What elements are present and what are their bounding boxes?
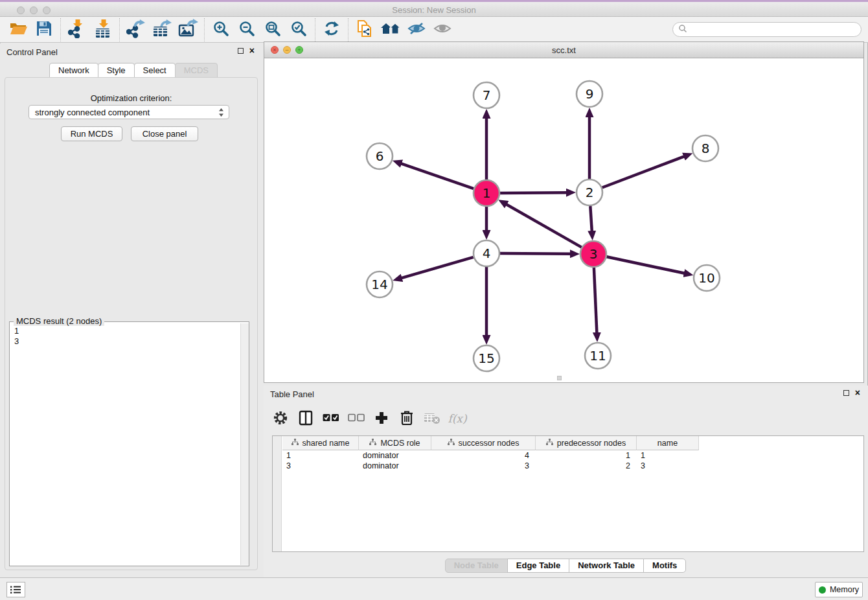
column-header-predecessor-nodes[interactable]: predecessor nodes: [536, 436, 637, 450]
svg-text:1: 1: [483, 185, 491, 201]
canvas-resize-grip[interactable]: [557, 376, 562, 380]
cell[interactable]: 3: [282, 461, 359, 471]
network-window-title: scc.txt: [264, 45, 863, 55]
edge-3-1[interactable]: [506, 204, 581, 247]
toolbar-separator: [119, 18, 120, 41]
memory-button[interactable]: Memory: [815, 582, 863, 597]
edge-2-8[interactable]: [602, 156, 685, 187]
deselect-all-icon: [348, 413, 365, 424]
close-panel-icon[interactable]: ×: [249, 47, 255, 54]
zoom-selected-button[interactable]: [286, 19, 312, 41]
cell[interactable]: 4: [431, 450, 536, 461]
zoom-out-icon: [238, 20, 255, 39]
columns-button[interactable]: [298, 411, 314, 426]
cell[interactable]: dominator: [359, 461, 431, 471]
cell[interactable]: dominator: [359, 450, 431, 461]
table-float-panel-icon[interactable]: [843, 390, 849, 396]
edge-2-3[interactable]: [590, 206, 592, 231]
edge-4-14[interactable]: [402, 257, 474, 278]
float-panel-icon[interactable]: [238, 48, 244, 54]
node-10[interactable]: 10: [694, 265, 720, 291]
close-panel-button[interactable]: Close panel: [131, 126, 198, 141]
mcds-result-text[interactable]: 13: [10, 323, 240, 566]
column-header-MCDS-role[interactable]: MCDS role: [359, 436, 431, 450]
import-network-button[interactable]: [64, 19, 90, 41]
tab-mcds[interactable]: MCDS: [175, 63, 218, 78]
export-table-button[interactable]: [149, 19, 175, 41]
svg-text:3: 3: [589, 246, 598, 262]
table-close-panel-icon[interactable]: ×: [855, 389, 860, 396]
edge-3-11[interactable]: [594, 268, 597, 333]
add-button[interactable]: [374, 411, 389, 426]
tab-motifs[interactable]: Motifs: [643, 559, 686, 573]
edge-1-2[interactable]: [500, 192, 567, 193]
result-scrollbar[interactable]: [240, 323, 249, 565]
open-folder-button[interactable]: [5, 19, 31, 41]
select-all-button[interactable]: [323, 411, 339, 426]
column-header-shared-name[interactable]: shared name: [282, 436, 359, 450]
import-table-button[interactable]: [90, 19, 116, 41]
zoom-in-button[interactable]: [208, 19, 234, 41]
export-image-icon: [178, 19, 198, 40]
optimization-criterion-dropdown[interactable]: strongly connected component: [29, 105, 229, 119]
save-button[interactable]: [31, 19, 57, 41]
node-9[interactable]: 9: [577, 81, 602, 107]
tab-network-table[interactable]: Network Table: [569, 559, 644, 573]
tab-network[interactable]: Network: [49, 63, 98, 78]
delete-icon: [400, 410, 413, 428]
tab-edge-table[interactable]: Edge Table: [507, 559, 569, 573]
columns-icon: [299, 410, 313, 428]
table-row[interactable]: 1dominator411: [282, 450, 699, 461]
edge-1-6[interactable]: [401, 163, 474, 189]
function-button[interactable]: f(x): [450, 411, 465, 426]
delete-button[interactable]: [399, 411, 415, 426]
hide-panels-button[interactable]: [404, 19, 429, 41]
search-box[interactable]: [672, 22, 862, 37]
tab-style[interactable]: Style: [98, 63, 135, 78]
node-7[interactable]: 7: [474, 82, 499, 108]
cell[interactable]: 3: [431, 461, 536, 471]
zoom-fit-button[interactable]: [260, 19, 286, 41]
function-icon: f(x): [448, 412, 466, 425]
show-panels-button[interactable]: [429, 19, 455, 41]
copy-style-button[interactable]: [352, 19, 378, 41]
home-button[interactable]: [378, 19, 404, 41]
export-image-button[interactable]: [175, 19, 201, 41]
cell[interactable]: 1: [536, 450, 637, 461]
cell[interactable]: 1: [282, 450, 359, 461]
svg-text:10: 10: [698, 270, 714, 286]
network-window-titlebar[interactable]: × – + scc.txt: [264, 42, 863, 58]
node-8[interactable]: 8: [692, 135, 718, 161]
cell[interactable]: 1: [637, 450, 699, 461]
export-network-button[interactable]: [123, 19, 149, 41]
table-row[interactable]: 3dominator323: [282, 461, 699, 471]
node-11[interactable]: 11: [585, 343, 611, 369]
deselect-all-button[interactable]: [348, 411, 364, 426]
task-history-button[interactable]: [6, 582, 25, 597]
attribute-icon: [448, 439, 455, 448]
node-14[interactable]: 14: [367, 271, 393, 297]
node-4[interactable]: 4: [474, 240, 499, 266]
zoom-fit-icon: [264, 20, 281, 39]
refresh-button[interactable]: [319, 19, 345, 41]
tab-node-table[interactable]: Node Table: [445, 559, 508, 573]
window-title: Session: New Session: [0, 5, 868, 15]
run-mcds-button[interactable]: Run MCDS: [61, 126, 122, 141]
edge-3-10[interactable]: [607, 257, 685, 273]
cell[interactable]: 2: [536, 461, 637, 471]
node-15[interactable]: 15: [474, 345, 499, 371]
column-header-successor-nodes[interactable]: successor nodes: [431, 436, 536, 450]
node-2[interactable]: 2: [577, 179, 602, 205]
cell[interactable]: 3: [637, 461, 699, 471]
tab-select[interactable]: Select: [134, 63, 176, 78]
node-6[interactable]: 6: [367, 143, 393, 169]
node-1[interactable]: 1: [474, 180, 499, 206]
zoom-out-button[interactable]: [234, 19, 260, 41]
search-input[interactable]: [687, 24, 861, 36]
delete-table-button[interactable]: [424, 411, 440, 426]
node-3[interactable]: 3: [580, 241, 606, 267]
column-header-name[interactable]: name: [637, 436, 699, 450]
gear-button[interactable]: [273, 411, 288, 426]
edge-4-3[interactable]: [500, 253, 571, 254]
network-canvas[interactable]: 7 9 6 8 1 2 4 3 14 10 15 11: [264, 58, 863, 382]
